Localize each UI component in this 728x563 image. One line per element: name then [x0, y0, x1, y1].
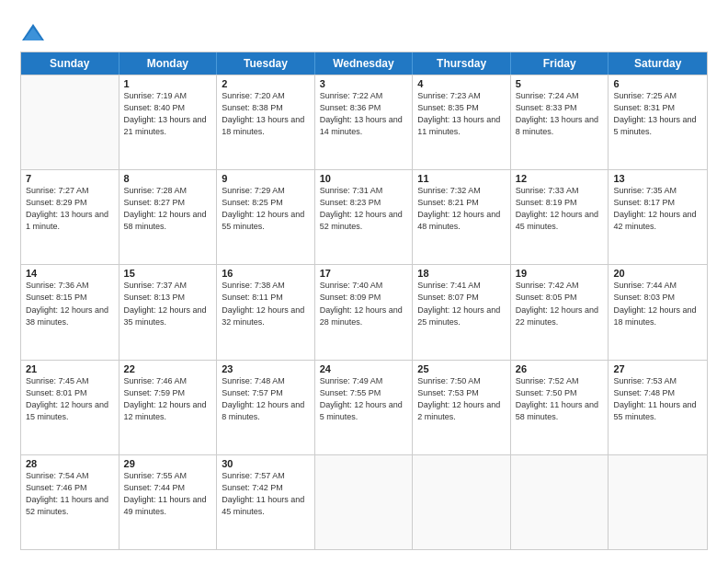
cal-cell: 1Sunrise: 7:19 AM Sunset: 8:40 PM Daylig…	[119, 75, 218, 169]
cal-header-tuesday: Tuesday	[217, 52, 315, 75]
cell-info: Sunrise: 7:28 AM Sunset: 8:27 PM Dayligh…	[124, 185, 212, 233]
calendar: SundayMondayTuesdayWednesdayThursdayFrid…	[20, 52, 708, 550]
cal-cell: 27Sunrise: 7:53 AM Sunset: 7:48 PM Dayli…	[609, 361, 707, 454]
cell-info: Sunrise: 7:41 AM Sunset: 8:07 PM Dayligh…	[417, 280, 506, 327]
cell-info: Sunrise: 7:57 AM Sunset: 7:42 PM Dayligh…	[222, 470, 310, 518]
cell-date: 21	[26, 363, 114, 374]
cal-cell	[609, 455, 707, 549]
cell-info: Sunrise: 7:50 AM Sunset: 7:53 PM Dayligh…	[417, 375, 506, 423]
cell-info: Sunrise: 7:33 AM Sunset: 8:19 PM Dayligh…	[516, 185, 604, 233]
cell-date: 26	[516, 363, 604, 374]
cell-info: Sunrise: 7:52 AM Sunset: 7:50 PM Dayligh…	[516, 375, 604, 423]
cell-date: 3	[320, 78, 408, 89]
cell-date: 20	[613, 268, 702, 279]
cal-header-friday: Friday	[511, 52, 609, 75]
cal-header-sunday: Sunday	[21, 52, 119, 75]
cell-date: 22	[124, 363, 212, 374]
logo-icon	[20, 20, 46, 46]
cal-cell: 15Sunrise: 7:37 AM Sunset: 8:13 PM Dayli…	[119, 265, 218, 359]
cal-cell	[21, 75, 119, 169]
cal-cell: 28Sunrise: 7:54 AM Sunset: 7:46 PM Dayli…	[21, 455, 119, 549]
cell-date: 9	[222, 173, 310, 184]
cell-date: 19	[516, 268, 604, 279]
cell-date: 12	[516, 173, 604, 184]
cal-cell: 20Sunrise: 7:44 AM Sunset: 8:03 PM Dayli…	[609, 265, 707, 359]
cal-header-wednesday: Wednesday	[315, 52, 414, 75]
cell-date: 5	[516, 78, 604, 89]
cell-date: 25	[417, 363, 506, 374]
cell-date: 17	[320, 268, 408, 279]
cell-info: Sunrise: 7:22 AM Sunset: 8:36 PM Dayligh…	[320, 90, 408, 138]
cal-week-1: 1Sunrise: 7:19 AM Sunset: 8:40 PM Daylig…	[21, 75, 707, 169]
cell-info: Sunrise: 7:42 AM Sunset: 8:05 PM Dayligh…	[516, 280, 604, 327]
cal-cell: 10Sunrise: 7:31 AM Sunset: 8:23 PM Dayli…	[315, 170, 414, 264]
cell-info: Sunrise: 7:44 AM Sunset: 8:03 PM Dayligh…	[613, 280, 702, 327]
cell-date: 4	[417, 78, 506, 89]
cell-date: 16	[222, 268, 310, 279]
cal-header-monday: Monday	[119, 52, 218, 75]
cell-date: 7	[26, 173, 114, 184]
cal-cell: 30Sunrise: 7:57 AM Sunset: 7:42 PM Dayli…	[217, 455, 315, 549]
cell-date: 2	[222, 78, 310, 89]
cell-date: 13	[613, 173, 702, 184]
cal-cell	[315, 455, 414, 549]
cal-cell: 12Sunrise: 7:33 AM Sunset: 8:19 PM Dayli…	[511, 170, 609, 264]
cal-cell: 4Sunrise: 7:23 AM Sunset: 8:35 PM Daylig…	[413, 75, 511, 169]
cell-info: Sunrise: 7:20 AM Sunset: 8:38 PM Dayligh…	[222, 90, 310, 138]
calendar-header-row: SundayMondayTuesdayWednesdayThursdayFrid…	[21, 52, 707, 75]
cal-cell: 24Sunrise: 7:49 AM Sunset: 7:55 PM Dayli…	[315, 361, 414, 454]
cal-cell: 25Sunrise: 7:50 AM Sunset: 7:53 PM Dayli…	[413, 361, 511, 454]
cal-cell: 6Sunrise: 7:25 AM Sunset: 8:31 PM Daylig…	[609, 75, 707, 169]
cal-header-thursday: Thursday	[413, 52, 511, 75]
cal-cell: 19Sunrise: 7:42 AM Sunset: 8:05 PM Dayli…	[511, 265, 609, 359]
cal-cell: 13Sunrise: 7:35 AM Sunset: 8:17 PM Dayli…	[609, 170, 707, 264]
cal-cell: 9Sunrise: 7:29 AM Sunset: 8:25 PM Daylig…	[217, 170, 315, 264]
cal-cell: 7Sunrise: 7:27 AM Sunset: 8:29 PM Daylig…	[21, 170, 119, 264]
cal-header-saturday: Saturday	[609, 52, 707, 75]
cell-info: Sunrise: 7:46 AM Sunset: 7:59 PM Dayligh…	[124, 375, 212, 423]
cell-date: 23	[222, 363, 310, 374]
cell-info: Sunrise: 7:29 AM Sunset: 8:25 PM Dayligh…	[222, 185, 310, 233]
cell-date: 18	[417, 268, 506, 279]
cal-cell: 14Sunrise: 7:36 AM Sunset: 8:15 PM Dayli…	[21, 265, 119, 359]
cell-info: Sunrise: 7:31 AM Sunset: 8:23 PM Dayligh…	[320, 185, 408, 233]
cell-info: Sunrise: 7:25 AM Sunset: 8:31 PM Dayligh…	[613, 90, 702, 138]
cal-cell: 22Sunrise: 7:46 AM Sunset: 7:59 PM Dayli…	[119, 361, 218, 454]
cal-week-3: 14Sunrise: 7:36 AM Sunset: 8:15 PM Dayli…	[21, 264, 707, 359]
cell-date: 15	[124, 268, 212, 279]
cal-cell: 21Sunrise: 7:45 AM Sunset: 8:01 PM Dayli…	[21, 361, 119, 454]
cell-info: Sunrise: 7:36 AM Sunset: 8:15 PM Dayligh…	[26, 280, 114, 327]
header	[20, 17, 708, 46]
cell-date: 14	[26, 268, 114, 279]
cell-date: 24	[320, 363, 408, 374]
cell-date: 29	[124, 458, 212, 469]
cell-info: Sunrise: 7:19 AM Sunset: 8:40 PM Dayligh…	[124, 90, 212, 138]
cell-info: Sunrise: 7:32 AM Sunset: 8:21 PM Dayligh…	[417, 185, 506, 233]
cell-info: Sunrise: 7:37 AM Sunset: 8:13 PM Dayligh…	[124, 280, 212, 327]
cell-info: Sunrise: 7:55 AM Sunset: 7:44 PM Dayligh…	[124, 470, 212, 518]
cell-info: Sunrise: 7:40 AM Sunset: 8:09 PM Dayligh…	[320, 280, 408, 327]
cell-date: 28	[26, 458, 114, 469]
cal-cell: 2Sunrise: 7:20 AM Sunset: 8:38 PM Daylig…	[217, 75, 315, 169]
cell-info: Sunrise: 7:23 AM Sunset: 8:35 PM Dayligh…	[417, 90, 506, 138]
cell-info: Sunrise: 7:27 AM Sunset: 8:29 PM Dayligh…	[26, 185, 114, 233]
cal-cell: 3Sunrise: 7:22 AM Sunset: 8:36 PM Daylig…	[315, 75, 414, 169]
cell-info: Sunrise: 7:49 AM Sunset: 7:55 PM Dayligh…	[320, 375, 408, 423]
cell-date: 11	[417, 173, 506, 184]
cal-cell: 16Sunrise: 7:38 AM Sunset: 8:11 PM Dayli…	[217, 265, 315, 359]
calendar-body: 1Sunrise: 7:19 AM Sunset: 8:40 PM Daylig…	[21, 75, 707, 549]
cal-cell: 23Sunrise: 7:48 AM Sunset: 7:57 PM Dayli…	[217, 361, 315, 454]
cell-info: Sunrise: 7:53 AM Sunset: 7:48 PM Dayligh…	[613, 375, 702, 423]
cell-date: 10	[320, 173, 408, 184]
cell-info: Sunrise: 7:54 AM Sunset: 7:46 PM Dayligh…	[26, 470, 114, 518]
cell-info: Sunrise: 7:48 AM Sunset: 7:57 PM Dayligh…	[222, 375, 310, 423]
cal-cell	[511, 455, 609, 549]
cell-date: 27	[613, 363, 702, 374]
cell-date: 1	[124, 78, 212, 89]
cal-week-4: 21Sunrise: 7:45 AM Sunset: 8:01 PM Dayli…	[21, 360, 707, 454]
cell-info: Sunrise: 7:24 AM Sunset: 8:33 PM Dayligh…	[516, 90, 604, 138]
cell-date: 30	[222, 458, 310, 469]
cal-cell: 18Sunrise: 7:41 AM Sunset: 8:07 PM Dayli…	[413, 265, 511, 359]
cell-info: Sunrise: 7:35 AM Sunset: 8:17 PM Dayligh…	[613, 185, 702, 233]
cal-week-2: 7Sunrise: 7:27 AM Sunset: 8:29 PM Daylig…	[21, 169, 707, 264]
